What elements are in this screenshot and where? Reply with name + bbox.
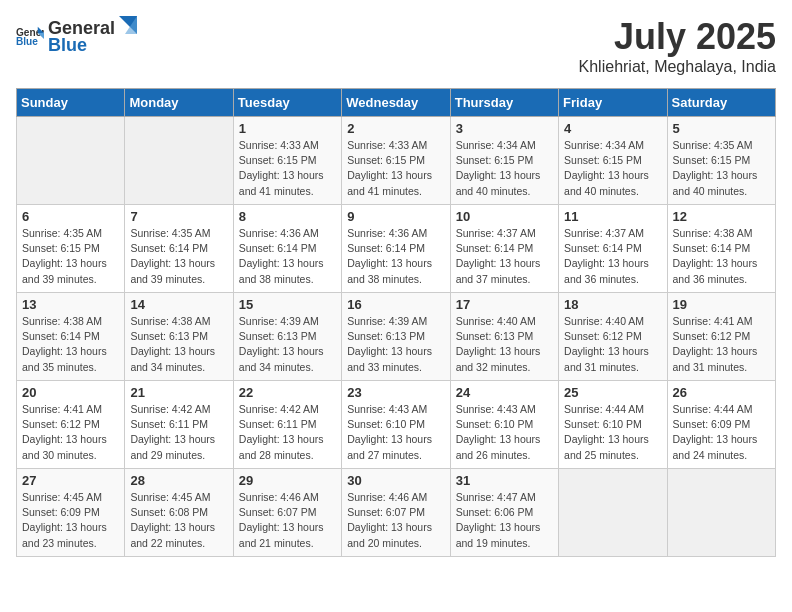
day-detail: Sunrise: 4:33 AM Sunset: 6:15 PM Dayligh… [239, 138, 336, 199]
day-detail: Sunrise: 4:45 AM Sunset: 6:09 PM Dayligh… [22, 490, 119, 551]
day-number: 15 [239, 297, 336, 312]
day-detail: Sunrise: 4:34 AM Sunset: 6:15 PM Dayligh… [564, 138, 661, 199]
day-detail: Sunrise: 4:42 AM Sunset: 6:11 PM Dayligh… [239, 402, 336, 463]
day-number: 22 [239, 385, 336, 400]
day-detail: Sunrise: 4:36 AM Sunset: 6:14 PM Dayligh… [347, 226, 444, 287]
calendar-cell: 28Sunrise: 4:45 AM Sunset: 6:08 PM Dayli… [125, 469, 233, 557]
day-number: 25 [564, 385, 661, 400]
day-number: 6 [22, 209, 119, 224]
day-detail: Sunrise: 4:44 AM Sunset: 6:10 PM Dayligh… [564, 402, 661, 463]
logo-icon: General Blue [16, 25, 44, 47]
calendar-cell: 27Sunrise: 4:45 AM Sunset: 6:09 PM Dayli… [17, 469, 125, 557]
calendar-cell: 10Sunrise: 4:37 AM Sunset: 6:14 PM Dayli… [450, 205, 558, 293]
day-detail: Sunrise: 4:37 AM Sunset: 6:14 PM Dayligh… [564, 226, 661, 287]
day-detail: Sunrise: 4:35 AM Sunset: 6:15 PM Dayligh… [22, 226, 119, 287]
day-detail: Sunrise: 4:38 AM Sunset: 6:14 PM Dayligh… [22, 314, 119, 375]
day-detail: Sunrise: 4:41 AM Sunset: 6:12 PM Dayligh… [22, 402, 119, 463]
calendar-cell: 5Sunrise: 4:35 AM Sunset: 6:15 PM Daylig… [667, 117, 775, 205]
day-detail: Sunrise: 4:35 AM Sunset: 6:14 PM Dayligh… [130, 226, 227, 287]
day-number: 3 [456, 121, 553, 136]
calendar-cell: 15Sunrise: 4:39 AM Sunset: 6:13 PM Dayli… [233, 293, 341, 381]
day-number: 16 [347, 297, 444, 312]
day-number: 1 [239, 121, 336, 136]
day-number: 14 [130, 297, 227, 312]
header-monday: Monday [125, 89, 233, 117]
calendar-cell: 19Sunrise: 4:41 AM Sunset: 6:12 PM Dayli… [667, 293, 775, 381]
calendar-cell: 11Sunrise: 4:37 AM Sunset: 6:14 PM Dayli… [559, 205, 667, 293]
calendar-cell: 6Sunrise: 4:35 AM Sunset: 6:15 PM Daylig… [17, 205, 125, 293]
day-number: 2 [347, 121, 444, 136]
calendar-cell [559, 469, 667, 557]
header-wednesday: Wednesday [342, 89, 450, 117]
day-number: 28 [130, 473, 227, 488]
title-block: July 2025 Khliehriat, Meghalaya, India [579, 16, 776, 76]
calendar-cell: 22Sunrise: 4:42 AM Sunset: 6:11 PM Dayli… [233, 381, 341, 469]
header-saturday: Saturday [667, 89, 775, 117]
week-row-4: 20Sunrise: 4:41 AM Sunset: 6:12 PM Dayli… [17, 381, 776, 469]
calendar-cell: 8Sunrise: 4:36 AM Sunset: 6:14 PM Daylig… [233, 205, 341, 293]
day-detail: Sunrise: 4:46 AM Sunset: 6:07 PM Dayligh… [239, 490, 336, 551]
day-number: 18 [564, 297, 661, 312]
day-detail: Sunrise: 4:34 AM Sunset: 6:15 PM Dayligh… [456, 138, 553, 199]
calendar-cell: 20Sunrise: 4:41 AM Sunset: 6:12 PM Dayli… [17, 381, 125, 469]
day-detail: Sunrise: 4:33 AM Sunset: 6:15 PM Dayligh… [347, 138, 444, 199]
day-number: 23 [347, 385, 444, 400]
day-detail: Sunrise: 4:44 AM Sunset: 6:09 PM Dayligh… [673, 402, 770, 463]
day-detail: Sunrise: 4:40 AM Sunset: 6:12 PM Dayligh… [564, 314, 661, 375]
calendar-cell: 31Sunrise: 4:47 AM Sunset: 6:06 PM Dayli… [450, 469, 558, 557]
calendar-cell: 3Sunrise: 4:34 AM Sunset: 6:15 PM Daylig… [450, 117, 558, 205]
week-row-1: 1Sunrise: 4:33 AM Sunset: 6:15 PM Daylig… [17, 117, 776, 205]
calendar-cell: 4Sunrise: 4:34 AM Sunset: 6:15 PM Daylig… [559, 117, 667, 205]
week-row-2: 6Sunrise: 4:35 AM Sunset: 6:15 PM Daylig… [17, 205, 776, 293]
location-title: Khliehriat, Meghalaya, India [579, 58, 776, 76]
calendar-header-row: SundayMondayTuesdayWednesdayThursdayFrid… [17, 89, 776, 117]
calendar-cell: 24Sunrise: 4:43 AM Sunset: 6:10 PM Dayli… [450, 381, 558, 469]
day-detail: Sunrise: 4:41 AM Sunset: 6:12 PM Dayligh… [673, 314, 770, 375]
day-number: 19 [673, 297, 770, 312]
calendar-cell: 17Sunrise: 4:40 AM Sunset: 6:13 PM Dayli… [450, 293, 558, 381]
calendar-cell: 1Sunrise: 4:33 AM Sunset: 6:15 PM Daylig… [233, 117, 341, 205]
day-number: 20 [22, 385, 119, 400]
week-row-3: 13Sunrise: 4:38 AM Sunset: 6:14 PM Dayli… [17, 293, 776, 381]
calendar-cell: 26Sunrise: 4:44 AM Sunset: 6:09 PM Dayli… [667, 381, 775, 469]
day-detail: Sunrise: 4:40 AM Sunset: 6:13 PM Dayligh… [456, 314, 553, 375]
header-sunday: Sunday [17, 89, 125, 117]
calendar-cell: 29Sunrise: 4:46 AM Sunset: 6:07 PM Dayli… [233, 469, 341, 557]
day-detail: Sunrise: 4:45 AM Sunset: 6:08 PM Dayligh… [130, 490, 227, 551]
day-detail: Sunrise: 4:46 AM Sunset: 6:07 PM Dayligh… [347, 490, 444, 551]
day-detail: Sunrise: 4:35 AM Sunset: 6:15 PM Dayligh… [673, 138, 770, 199]
day-detail: Sunrise: 4:38 AM Sunset: 6:14 PM Dayligh… [673, 226, 770, 287]
day-number: 10 [456, 209, 553, 224]
day-number: 29 [239, 473, 336, 488]
page-header: General Blue General Blue July 2025 Khli… [16, 16, 776, 76]
day-detail: Sunrise: 4:43 AM Sunset: 6:10 PM Dayligh… [456, 402, 553, 463]
day-number: 31 [456, 473, 553, 488]
day-number: 21 [130, 385, 227, 400]
day-detail: Sunrise: 4:37 AM Sunset: 6:14 PM Dayligh… [456, 226, 553, 287]
month-title: July 2025 [579, 16, 776, 58]
calendar-cell: 2Sunrise: 4:33 AM Sunset: 6:15 PM Daylig… [342, 117, 450, 205]
day-detail: Sunrise: 4:47 AM Sunset: 6:06 PM Dayligh… [456, 490, 553, 551]
calendar-cell: 18Sunrise: 4:40 AM Sunset: 6:12 PM Dayli… [559, 293, 667, 381]
calendar-cell: 16Sunrise: 4:39 AM Sunset: 6:13 PM Dayli… [342, 293, 450, 381]
svg-text:Blue: Blue [16, 36, 38, 47]
header-friday: Friday [559, 89, 667, 117]
header-tuesday: Tuesday [233, 89, 341, 117]
logo: General Blue General Blue [16, 16, 137, 56]
day-number: 4 [564, 121, 661, 136]
day-number: 11 [564, 209, 661, 224]
calendar-table: SundayMondayTuesdayWednesdayThursdayFrid… [16, 88, 776, 557]
week-row-5: 27Sunrise: 4:45 AM Sunset: 6:09 PM Dayli… [17, 469, 776, 557]
calendar-cell: 13Sunrise: 4:38 AM Sunset: 6:14 PM Dayli… [17, 293, 125, 381]
day-number: 24 [456, 385, 553, 400]
day-number: 8 [239, 209, 336, 224]
day-number: 30 [347, 473, 444, 488]
day-detail: Sunrise: 4:36 AM Sunset: 6:14 PM Dayligh… [239, 226, 336, 287]
calendar-cell [667, 469, 775, 557]
calendar-cell [125, 117, 233, 205]
day-number: 27 [22, 473, 119, 488]
day-detail: Sunrise: 4:39 AM Sunset: 6:13 PM Dayligh… [239, 314, 336, 375]
day-number: 26 [673, 385, 770, 400]
day-detail: Sunrise: 4:42 AM Sunset: 6:11 PM Dayligh… [130, 402, 227, 463]
day-number: 7 [130, 209, 227, 224]
